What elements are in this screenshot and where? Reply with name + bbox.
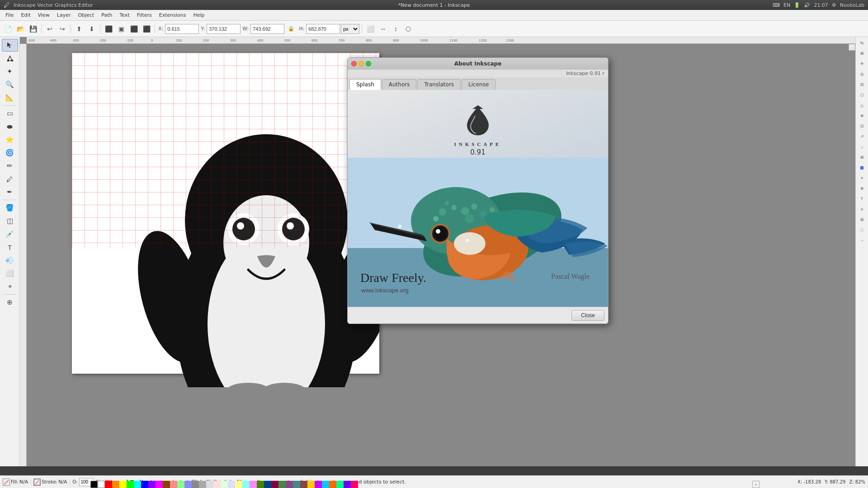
swatch-pale-blue[interactable] <box>228 481 235 488</box>
spiral-tool[interactable]: 🌀 <box>2 146 18 159</box>
snap-btn-14[interactable]: ≡ <box>856 173 868 183</box>
tab-license[interactable]: License <box>462 79 495 90</box>
redo-button[interactable]: ↪ <box>57 23 68 35</box>
swatch-medium-purple[interactable] <box>286 481 293 488</box>
swatch-medium-green[interactable] <box>278 481 286 488</box>
swatch-yellow[interactable] <box>119 481 127 488</box>
w-input[interactable] <box>250 24 284 34</box>
snap-btn-15[interactable]: ⊕ <box>856 183 868 193</box>
pen-tool[interactable]: 🖊 <box>2 173 18 185</box>
eraser-tool[interactable]: ⬜ <box>2 267 18 280</box>
star-tool[interactable]: ⭐ <box>2 133 18 146</box>
snap-btn-20[interactable]: → <box>856 235 868 245</box>
menu-filters[interactable]: Filters <box>133 11 156 19</box>
snap-btn-19[interactable]: □ <box>856 225 868 235</box>
swatch-dark-green[interactable] <box>257 481 264 488</box>
swatch-orange[interactable] <box>112 481 119 488</box>
swatch-light-green[interactable] <box>177 481 184 488</box>
menu-help[interactable]: Help <box>189 11 208 19</box>
transform-btn4[interactable]: ⬡ <box>402 23 414 35</box>
snap-btn-17[interactable]: A <box>856 204 868 214</box>
menu-file[interactable]: File <box>2 11 17 19</box>
swatch-light-gray[interactable] <box>199 481 206 488</box>
measure-tool[interactable]: 📐 <box>2 91 18 104</box>
swatch-medium-teal[interactable] <box>293 481 300 488</box>
swatch-dark-blue[interactable] <box>264 481 271 488</box>
swatch-sky-blue[interactable] <box>322 481 329 488</box>
swatch-indigo[interactable] <box>344 481 351 488</box>
new-button[interactable]: 📄 <box>2 23 14 35</box>
snap-btn-6[interactable]: ⬡ <box>856 90 868 100</box>
snap-btn-2[interactable]: ⊞ <box>856 48 868 58</box>
menu-extensions[interactable]: Extensions <box>156 11 190 19</box>
zoom-tool[interactable]: 🔍 <box>2 78 18 91</box>
swatch-pink[interactable] <box>170 481 177 488</box>
tab-translators[interactable]: Translators <box>417 79 461 90</box>
menu-text[interactable]: Text <box>116 11 133 19</box>
tweak-tool[interactable]: ✦ <box>2 65 18 78</box>
zoom-in-button[interactable]: ⬆ <box>73 23 85 35</box>
menu-view[interactable]: View <box>34 11 53 19</box>
align-center-button[interactable]: ▣ <box>115 23 127 35</box>
align-right-button[interactable]: ⬛ <box>128 23 140 35</box>
undo-button[interactable]: ↩ <box>44 23 56 35</box>
dialog-min-btn[interactable] <box>359 61 364 66</box>
unit-select[interactable]: px mm cm in <box>341 24 359 34</box>
y-input[interactable] <box>207 24 241 34</box>
snap-btn-9[interactable]: ⊡ <box>856 121 868 131</box>
snap-btn-13[interactable]: ▦ <box>856 163 868 173</box>
swatch-very-light-gray[interactable] <box>206 481 213 488</box>
swatch-hot-pink[interactable] <box>351 481 358 488</box>
snap-btn-10[interactable]: ↗ <box>856 131 868 141</box>
calligraphy-tool[interactable]: ✒ <box>2 186 18 198</box>
about-close-button[interactable]: Close <box>571 310 604 321</box>
tab-authors[interactable]: Authors <box>382 79 417 90</box>
swatch-red[interactable] <box>105 481 112 488</box>
align-left-button[interactable]: ⬛ <box>103 23 114 35</box>
gradient-tool[interactable]: ◫ <box>2 215 18 227</box>
transform-btn2[interactable]: ↔ <box>377 23 389 35</box>
dialog-max-btn[interactable] <box>366 61 371 66</box>
text-tool[interactable]: T <box>2 241 18 253</box>
lock-ratio-button[interactable]: 🔒 <box>285 23 297 35</box>
node-tool[interactable] <box>2 52 18 65</box>
menu-edit[interactable]: Edit <box>17 11 34 19</box>
connector-tool[interactable]: ⌖ <box>2 280 18 293</box>
transform-btn1[interactable]: ⬜ <box>364 23 376 35</box>
swatch-light-yellow[interactable] <box>235 481 242 488</box>
save-button[interactable]: 💾 <box>27 23 39 35</box>
menu-path[interactable]: Path <box>98 11 116 19</box>
open-button[interactable]: 📂 <box>14 23 26 35</box>
swatch-dark-orange[interactable] <box>329 481 336 488</box>
align-top-button[interactable]: ⬛ <box>141 23 152 35</box>
snap-btn-16[interactable]: T <box>856 194 868 204</box>
transform-btn3[interactable]: ↕ <box>390 23 401 35</box>
swatch-white[interactable] <box>98 481 105 488</box>
circle-tool[interactable]: ⬬ <box>2 120 18 133</box>
swatch-purple[interactable] <box>148 481 156 488</box>
select-tool[interactable] <box>2 39 18 52</box>
dropper2-tool[interactable]: ⊕ <box>2 296 18 309</box>
menu-object[interactable]: Object <box>75 11 98 19</box>
swatch-mint[interactable] <box>336 481 344 488</box>
menu-layer[interactable]: Layer <box>53 11 75 19</box>
swatch-blue[interactable] <box>141 481 148 488</box>
dialog-close-btn[interactable] <box>351 61 357 66</box>
zoom-out-button[interactable]: ⬇ <box>86 23 98 35</box>
snap-btn-8[interactable]: ⊕ <box>856 111 868 121</box>
swatch-violet[interactable] <box>315 481 322 488</box>
pencil-tool[interactable]: ✏ <box>2 160 18 172</box>
swatch-brown[interactable] <box>163 481 170 488</box>
swatch-light-magenta[interactable] <box>250 481 257 488</box>
snap-btn-12[interactable]: ⊞ <box>856 152 868 162</box>
snap-btn-1[interactable]: % <box>856 38 868 48</box>
rect-tool[interactable]: ▭ <box>2 107 18 120</box>
bucket-tool[interactable]: 🪣 <box>2 202 18 214</box>
snap-btn-3[interactable]: ✛ <box>856 59 868 69</box>
snap-btn-4[interactable]: ◎ <box>856 69 868 79</box>
swatch-light-pink[interactable] <box>213 481 221 488</box>
snap-btn-11[interactable]: ⟂ <box>856 142 868 152</box>
snap-btn-5[interactable]: ⊟ <box>856 80 868 89</box>
spray-tool[interactable]: 💨 <box>2 254 18 267</box>
palette-scroll-right[interactable]: › <box>752 481 760 488</box>
